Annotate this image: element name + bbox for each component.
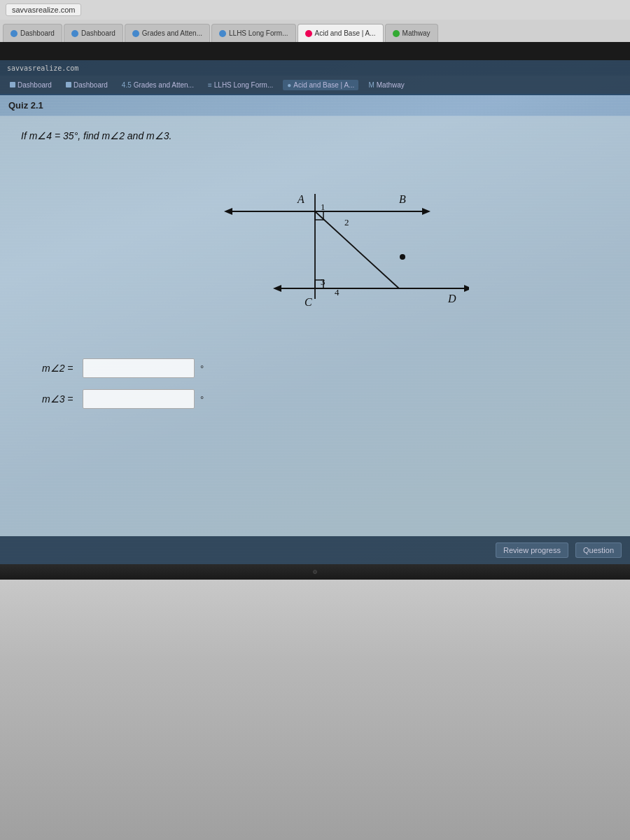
nav-icon-dashboard1 xyxy=(10,82,15,88)
tab-icon-mathway xyxy=(393,30,400,37)
screen-content: savvasrealize.com Dashboard Dashboard 4.… xyxy=(0,60,630,564)
quiz-nav: Dashboard Dashboard 4.5 Grades and Atten… xyxy=(0,76,630,95)
quiz-area: If m∠4 = 35°, find m∠2 and m∠3. .geo-lin… xyxy=(0,116,630,536)
quiz-title: Quiz 2.1 xyxy=(8,100,43,111)
degree-symbol-2: ° xyxy=(200,363,204,374)
svg-marker-4 xyxy=(273,285,281,292)
answer-row-angle2: m∠2 = ° xyxy=(42,358,588,378)
tab-grades[interactable]: Grades and Atten... xyxy=(125,24,210,42)
quiz-title-bar: Quiz 2.1 xyxy=(0,95,630,116)
tab-dashboard1[interactable]: Dashboard xyxy=(3,24,62,42)
nav-acid[interactable]: ● Acid and Base | A... xyxy=(283,80,358,90)
answer-row-angle3: m∠3 = ° xyxy=(42,389,588,409)
nav-mathway[interactable]: M Mathway xyxy=(364,80,408,90)
laptop-bezel-bottom xyxy=(0,564,630,580)
angle-4: 4 xyxy=(335,287,340,298)
answer-input-angle3[interactable] xyxy=(83,389,195,409)
question-text: If m∠4 = 35°, find m∠2 and m∠3. xyxy=(21,130,609,141)
review-progress-button[interactable]: Review progress xyxy=(496,542,568,558)
angle-2: 2 xyxy=(344,217,349,227)
tab-icon-dashboard2 xyxy=(71,30,78,37)
point-D: D xyxy=(447,293,456,304)
angle-3: 3 xyxy=(321,276,326,287)
tab-mathway[interactable]: Mathway xyxy=(385,24,438,42)
tab-icon-llhs xyxy=(219,30,226,37)
svg-marker-2 xyxy=(422,208,430,215)
answer-label-angle3: m∠3 = xyxy=(42,393,77,405)
nav-dashboard1[interactable]: Dashboard xyxy=(6,80,56,90)
tab-acid[interactable]: Acid and Base | A... xyxy=(298,24,384,42)
degree-symbol-3: ° xyxy=(200,394,204,405)
screen-top-band: savvasrealize.com xyxy=(0,60,630,76)
camera-dot xyxy=(313,570,317,574)
bottom-bar: Review progress Question xyxy=(0,536,630,564)
angle-1: 1 xyxy=(321,202,326,212)
tab-icon-grades xyxy=(132,30,139,37)
nav-grades[interactable]: 4.5 Grades and Atten... xyxy=(118,80,198,90)
nav-icon-dashboard2 xyxy=(66,82,71,88)
svg-marker-5 xyxy=(464,285,469,292)
tab-icon-acid xyxy=(305,30,312,37)
answer-label-angle2: m∠2 = xyxy=(42,363,77,374)
address-bar-row: savvasrealize.com xyxy=(0,0,630,20)
point-C: C xyxy=(304,296,312,308)
answer-area: m∠2 = ° m∠3 = ° xyxy=(21,351,609,427)
nav-llhs[interactable]: ≡ LLHS Long Form... xyxy=(204,80,277,90)
nav-dashboard2[interactable]: Dashboard xyxy=(62,80,112,90)
tab-bar: Dashboard Dashboard Grades and Atten... … xyxy=(0,20,630,42)
tab-icon-dashboard1 xyxy=(10,30,18,37)
svg-line-7 xyxy=(315,211,399,288)
screen-url: savvasrealize.com xyxy=(7,64,78,72)
tab-llhs[interactable]: LLHS Long Form... xyxy=(211,24,295,42)
question-button[interactable]: Question xyxy=(575,542,622,558)
diagram-svg: .geo-line { stroke: #111; stroke-width: … xyxy=(161,155,469,337)
browser-chrome: savvasrealize.com Dashboard Dashboard Gr… xyxy=(0,0,630,42)
point-dot xyxy=(400,254,405,260)
address-bar[interactable]: savvasrealize.com xyxy=(6,4,81,16)
tab-dashboard2[interactable]: Dashboard xyxy=(64,24,123,42)
diagram-container: .geo-line { stroke: #111; stroke-width: … xyxy=(161,155,469,337)
laptop-deck: MacBook Air F1 ☀ F2 F3 xyxy=(0,580,630,840)
point-B: B xyxy=(399,193,406,205)
svg-marker-1 xyxy=(224,208,232,215)
answer-input-angle2[interactable] xyxy=(83,358,195,378)
point-A: A xyxy=(297,193,304,205)
